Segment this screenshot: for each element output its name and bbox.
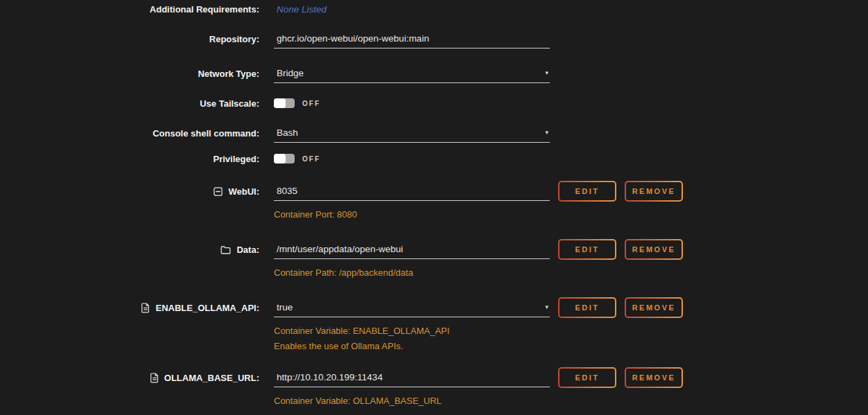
data-path-remove-button[interactable]: REMOVE: [625, 239, 683, 260]
data-path-helper: Container Path: /app/backend/data: [274, 267, 413, 278]
use-tailscale-state: OFF: [302, 100, 320, 107]
minus-square-icon: [214, 187, 223, 196]
edit-button-label: EDIT: [559, 299, 615, 317]
enable-ollama-api-select[interactable]: true ▾: [274, 298, 550, 317]
edit-button-label: EDIT: [559, 182, 615, 200]
console-shell-command-select[interactable]: Bash ▾: [274, 123, 550, 143]
network-type-value: Bridge: [274, 68, 304, 78]
use-tailscale-toggle[interactable]: [274, 98, 295, 108]
dropdown-arrow-icon: ▾: [545, 304, 550, 310]
row-network-type: Network Type: Bridge ▾: [0, 64, 550, 83]
toggle-knob: [274, 98, 286, 108]
ollama-base-url-input[interactable]: http://10.10.20.199:11434: [274, 368, 550, 387]
enable-ollama-api-edit-button[interactable]: EDIT: [558, 297, 616, 318]
repository-value: ghcr.io/open-webui/open-webui:main: [274, 33, 429, 44]
webui-port-input[interactable]: 8035: [274, 182, 550, 201]
ollama-base-url-value: http://10.10.20.199:11434: [274, 372, 383, 382]
ollama-base-url-edit-button[interactable]: EDIT: [558, 367, 616, 388]
enable-ollama-api-value: true: [274, 302, 293, 312]
row-repository: Repository: ghcr.io/open-webui/open-webu…: [0, 29, 550, 48]
row-enable-ollama-api: ENABLE_OLLAMA_API: true ▾ EDIT REMOVE: [0, 297, 683, 318]
row-console-shell-command: Console shell command: Bash ▾: [0, 123, 550, 143]
privileged-state: OFF: [302, 155, 320, 163]
data-path-value: /mnt/user/appdata/open-webui: [274, 244, 403, 254]
folder-icon: [220, 245, 231, 254]
privileged-label: Privileged:: [214, 154, 259, 164]
console-shell-command-label: Console shell command:: [153, 128, 259, 139]
data-path-input[interactable]: /mnt/user/appdata/open-webui: [274, 240, 550, 259]
enable-ollama-api-label: ENABLE_OLLAMA_API:: [155, 303, 259, 313]
ollama-base-url-helper: Container Variable: OLLAMA_BASE_URL: [274, 396, 442, 406]
container-settings-page: Additional Requirements: None Listed Rep…: [0, 0, 868, 415]
console-shell-command-value: Bash: [274, 127, 298, 138]
row-additional-requirements: Additional Requirements: None Listed: [0, 0, 550, 19]
enable-ollama-api-remove-button[interactable]: REMOVE: [625, 297, 683, 318]
repository-label: Repository:: [209, 34, 259, 44]
remove-button-label: REMOVE: [626, 369, 682, 387]
ollama-base-url-remove-button[interactable]: REMOVE: [625, 367, 683, 388]
row-data-path: Data: /mnt/user/appdata/open-webui EDIT …: [0, 239, 683, 260]
repository-input[interactable]: ghcr.io/open-webui/open-webui:main: [274, 29, 550, 48]
enable-ollama-api-description: Enables the use of Ollama APIs.: [274, 341, 403, 351]
file-icon: [150, 373, 159, 383]
enable-ollama-api-helper: Container Variable: ENABLE_OLLAMA_API: [274, 326, 449, 336]
row-use-tailscale: Use Tailscale: OFF: [0, 94, 550, 113]
edit-button-label: EDIT: [559, 369, 615, 387]
webui-port-helper: Container Port: 8080: [274, 209, 357, 220]
webui-port-remove-button[interactable]: REMOVE: [625, 181, 683, 202]
dropdown-arrow-icon: ▾: [545, 130, 550, 136]
remove-button-label: REMOVE: [626, 299, 682, 317]
webui-port-edit-button[interactable]: EDIT: [558, 181, 616, 202]
remove-button-label: REMOVE: [626, 182, 682, 200]
use-tailscale-label: Use Tailscale:: [200, 98, 259, 109]
edit-button-label: EDIT: [559, 240, 615, 258]
webui-port-label: WebUI:: [228, 186, 259, 197]
ollama-base-url-label: OLLAMA_BASE_URL:: [164, 373, 259, 383]
network-type-label: Network Type:: [198, 69, 259, 79]
remove-button-label: REMOVE: [626, 240, 682, 258]
dropdown-arrow-icon: ▾: [545, 70, 550, 76]
row-ollama-base-url: OLLAMA_BASE_URL: http://10.10.20.199:114…: [0, 367, 683, 388]
webui-port-value: 8035: [274, 186, 297, 196]
row-webui-port: WebUI: 8035 EDIT REMOVE: [0, 181, 683, 202]
file-icon: [141, 303, 150, 313]
data-path-label: Data:: [236, 245, 259, 255]
network-type-select[interactable]: Bridge ▾: [274, 64, 550, 83]
toggle-knob: [274, 154, 286, 164]
privileged-toggle[interactable]: [274, 154, 295, 164]
additional-requirements-value: None Listed: [274, 4, 327, 15]
additional-requirements-label: Additional Requirements:: [150, 4, 259, 15]
data-path-edit-button[interactable]: EDIT: [558, 239, 616, 260]
row-privileged: Privileged: OFF: [0, 149, 550, 168]
